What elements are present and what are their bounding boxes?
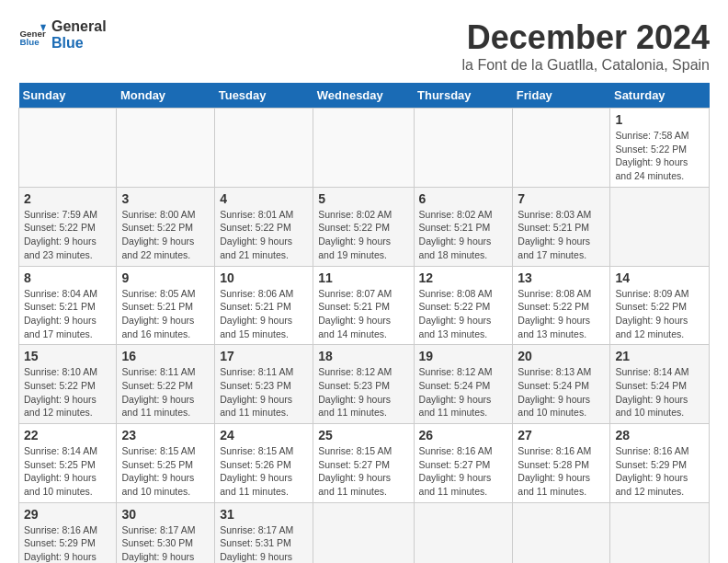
calendar-cell [215, 109, 313, 188]
day-number: 16 [121, 349, 210, 363]
day-info: Sunrise: 8:16 AMSunset: 5:27 PMDaylight:… [419, 445, 493, 497]
calendar-cell: 10Sunrise: 8:06 AMSunset: 5:21 PMDayligh… [215, 266, 313, 345]
day-info: Sunrise: 8:04 AMSunset: 5:21 PMDaylight:… [24, 288, 97, 339]
calendar-cell: 7Sunrise: 8:03 AMSunset: 5:21 PMDaylight… [513, 187, 610, 266]
calendar-week-1: 1Sunrise: 7:58 AMSunset: 5:22 PMDaylight… [19, 109, 710, 188]
calendar-cell: 4Sunrise: 8:01 AMSunset: 5:22 PMDaylight… [215, 187, 313, 266]
day-number: 29 [24, 507, 111, 522]
calendar-cell: 29Sunrise: 8:16 AMSunset: 5:29 PMDayligh… [19, 502, 117, 563]
day-info: Sunrise: 8:02 AMSunset: 5:22 PMDaylight:… [318, 209, 392, 260]
day-info: Sunrise: 8:16 AMSunset: 5:28 PMDaylight:… [518, 445, 591, 497]
day-number: 10 [220, 270, 308, 285]
header-friday: Friday [513, 83, 610, 109]
day-info: Sunrise: 8:14 AMSunset: 5:25 PMDaylight:… [24, 445, 97, 497]
day-info: Sunrise: 8:11 AMSunset: 5:22 PMDaylight:… [121, 366, 195, 418]
logo-blue: Blue [51, 35, 107, 52]
day-info: Sunrise: 8:16 AMSunset: 5:29 PMDaylight:… [24, 524, 97, 563]
day-number: 6 [419, 191, 508, 206]
day-info: Sunrise: 8:06 AMSunset: 5:21 PMDaylight:… [220, 288, 293, 339]
day-info: Sunrise: 8:13 AMSunset: 5:24 PMDaylight:… [518, 366, 591, 418]
day-number: 18 [318, 349, 408, 363]
calendar-cell: 17Sunrise: 8:11 AMSunset: 5:23 PMDayligh… [215, 345, 313, 424]
month-title: December 2024 [462, 18, 711, 57]
calendar-cell: 28Sunrise: 8:16 AMSunset: 5:29 PMDayligh… [610, 424, 710, 503]
day-number: 17 [220, 349, 308, 363]
day-number: 12 [419, 270, 508, 285]
calendar-cell [513, 502, 610, 563]
day-info: Sunrise: 8:05 AMSunset: 5:21 PMDaylight:… [121, 288, 195, 339]
day-info: Sunrise: 8:17 AMSunset: 5:31 PMDaylight:… [220, 524, 293, 563]
day-info: Sunrise: 7:59 AMSunset: 5:22 PMDaylight:… [24, 209, 97, 260]
calendar-cell: 19Sunrise: 8:12 AMSunset: 5:24 PMDayligh… [414, 345, 513, 424]
day-info: Sunrise: 8:03 AMSunset: 5:21 PMDaylight:… [518, 209, 591, 260]
calendar-cell: 25Sunrise: 8:15 AMSunset: 5:27 PMDayligh… [313, 424, 414, 503]
day-info: Sunrise: 8:14 AMSunset: 5:24 PMDaylight:… [615, 366, 688, 418]
calendar-cell: 23Sunrise: 8:15 AMSunset: 5:25 PMDayligh… [117, 424, 215, 503]
day-number: 26 [419, 428, 508, 442]
day-number: 24 [220, 428, 308, 442]
logo: General Blue General Blue [18, 18, 107, 52]
calendar-cell: 11Sunrise: 8:07 AMSunset: 5:21 PMDayligh… [313, 266, 414, 345]
calendar-header-row: SundayMondayTuesdayWednesdayThursdayFrid… [19, 83, 710, 109]
day-number: 28 [615, 428, 704, 442]
day-info: Sunrise: 8:15 AMSunset: 5:25 PMDaylight:… [121, 445, 195, 497]
day-number: 31 [220, 507, 308, 522]
day-info: Sunrise: 8:11 AMSunset: 5:23 PMDaylight:… [220, 366, 293, 418]
day-info: Sunrise: 7:58 AMSunset: 5:22 PMDaylight:… [615, 130, 688, 181]
calendar-cell: 8Sunrise: 8:04 AMSunset: 5:21 PMDaylight… [19, 266, 117, 345]
calendar-cell [117, 109, 215, 188]
day-number: 20 [518, 349, 605, 363]
calendar-cell: 30Sunrise: 8:17 AMSunset: 5:30 PMDayligh… [117, 502, 215, 563]
header-monday: Monday [117, 83, 215, 109]
calendar-week-2: 2Sunrise: 7:59 AMSunset: 5:22 PMDaylight… [19, 187, 710, 266]
calendar-cell: 21Sunrise: 8:14 AMSunset: 5:24 PMDayligh… [610, 345, 710, 424]
calendar-cell: 12Sunrise: 8:08 AMSunset: 5:22 PMDayligh… [414, 266, 513, 345]
day-number: 1 [615, 112, 704, 127]
header-tuesday: Tuesday [215, 83, 313, 109]
calendar-week-4: 15Sunrise: 8:10 AMSunset: 5:22 PMDayligh… [19, 345, 710, 424]
header-saturday: Saturday [610, 83, 710, 109]
day-number: 23 [121, 428, 210, 442]
calendar-table: SundayMondayTuesdayWednesdayThursdayFrid… [18, 83, 710, 563]
day-number: 3 [121, 191, 210, 206]
calendar-cell: 31Sunrise: 8:17 AMSunset: 5:31 PMDayligh… [215, 502, 313, 563]
day-number: 5 [318, 191, 408, 206]
day-number: 22 [24, 428, 111, 442]
calendar-week-3: 8Sunrise: 8:04 AMSunset: 5:21 PMDaylight… [19, 266, 710, 345]
calendar-cell [313, 109, 414, 188]
calendar-week-5: 22Sunrise: 8:14 AMSunset: 5:25 PMDayligh… [19, 424, 710, 503]
day-number: 19 [419, 349, 508, 363]
day-number: 7 [518, 191, 605, 206]
calendar-cell: 16Sunrise: 8:11 AMSunset: 5:22 PMDayligh… [117, 345, 215, 424]
calendar-cell [414, 109, 513, 188]
day-info: Sunrise: 8:01 AMSunset: 5:22 PMDaylight:… [220, 209, 293, 260]
day-number: 14 [615, 270, 704, 285]
page-header: General Blue General Blue December 2024 … [18, 18, 710, 74]
calendar-cell: 5Sunrise: 8:02 AMSunset: 5:22 PMDaylight… [313, 187, 414, 266]
day-number: 9 [121, 270, 210, 285]
calendar-cell [414, 502, 513, 563]
day-info: Sunrise: 8:12 AMSunset: 5:23 PMDaylight:… [318, 366, 392, 418]
calendar-cell: 15Sunrise: 8:10 AMSunset: 5:22 PMDayligh… [19, 345, 117, 424]
day-info: Sunrise: 8:16 AMSunset: 5:29 PMDaylight:… [615, 445, 688, 497]
calendar-cell: 20Sunrise: 8:13 AMSunset: 5:24 PMDayligh… [513, 345, 610, 424]
calendar-cell: 26Sunrise: 8:16 AMSunset: 5:27 PMDayligh… [414, 424, 513, 503]
day-info: Sunrise: 8:10 AMSunset: 5:22 PMDaylight:… [24, 366, 97, 418]
header-thursday: Thursday [414, 83, 513, 109]
svg-text:Blue: Blue [20, 38, 40, 48]
title-section: December 2024 la Font de la Guatlla, Cat… [462, 18, 711, 74]
calendar-cell: 1Sunrise: 7:58 AMSunset: 5:22 PMDaylight… [610, 109, 710, 188]
day-info: Sunrise: 8:08 AMSunset: 5:22 PMDaylight:… [518, 288, 591, 339]
calendar-cell: 22Sunrise: 8:14 AMSunset: 5:25 PMDayligh… [19, 424, 117, 503]
day-number: 11 [318, 270, 408, 285]
logo-icon: General Blue [18, 21, 46, 49]
calendar-cell [313, 502, 414, 563]
day-info: Sunrise: 8:09 AMSunset: 5:22 PMDaylight:… [615, 288, 688, 339]
calendar-cell: 3Sunrise: 8:00 AMSunset: 5:22 PMDaylight… [117, 187, 215, 266]
day-number: 8 [24, 270, 111, 285]
day-info: Sunrise: 8:17 AMSunset: 5:30 PMDaylight:… [121, 524, 195, 563]
calendar-cell: 9Sunrise: 8:05 AMSunset: 5:21 PMDaylight… [117, 266, 215, 345]
calendar-cell [19, 109, 117, 188]
calendar-cell [513, 109, 610, 188]
logo-general: General [51, 18, 107, 35]
